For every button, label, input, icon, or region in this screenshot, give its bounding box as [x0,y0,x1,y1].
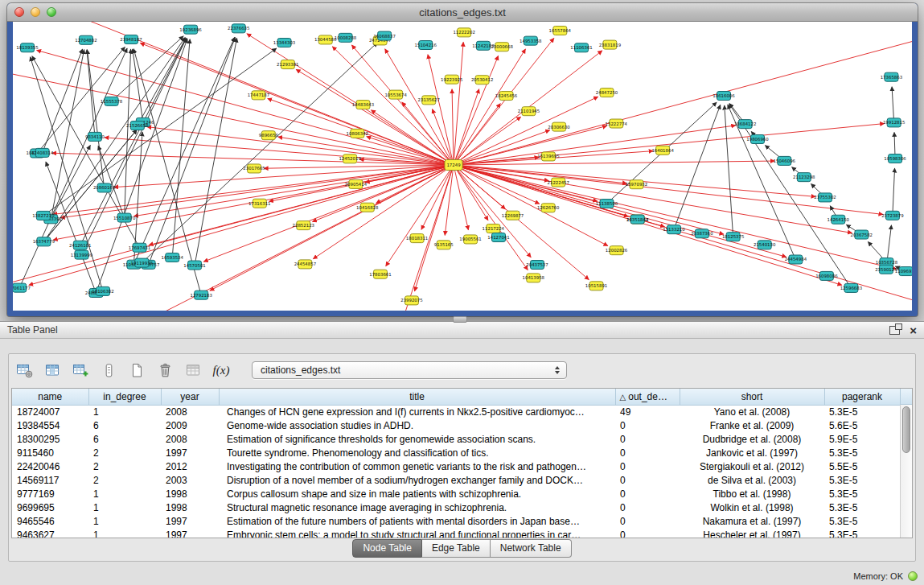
network-node[interactable]: 23948187 [120,35,142,44]
network-edge[interactable] [203,165,454,262]
network-edge[interactable] [421,165,454,229]
column-header-pagerank[interactable]: pagerank [824,389,900,405]
network-node[interactable]: 15222774 [606,119,628,128]
network-edge[interactable] [454,38,554,165]
network-edge[interactable] [454,49,525,165]
tab-edge-table[interactable]: Edge Table [422,539,491,558]
tab-node-table[interactable]: Node Table [352,539,422,558]
tab-network-table[interactable]: Network Table [491,539,572,558]
network-node[interactable]: 20387360 [691,229,713,238]
column-header-short[interactable]: short [680,389,824,405]
network-node[interactable]: 14264150 [827,215,850,224]
network-node[interactable]: 21540130 [754,241,776,249]
network-node[interactable]: 14483643 [352,101,374,109]
table-row[interactable]: 946554611997Estimation of the future num… [12,514,900,528]
network-node[interactable]: 22852123 [293,221,314,230]
network-node[interactable]: 15139695 [537,152,559,161]
network-node[interactable]: 11096918 [895,267,912,276]
table-row[interactable]: 1830029562008Estimation of significance … [12,432,900,446]
network-node[interactable]: 18616006 [713,92,735,101]
network-node[interactable]: 17249 [445,160,462,171]
network-node[interactable]: 23135627 [418,96,440,105]
table-row[interactable]: 1872400712008Changes of HCN gene express… [12,405,900,418]
network-node[interactable]: 20905414 [345,179,368,188]
network-node[interactable]: 9135165 [434,241,454,249]
network-canvas[interactable]: 1041682820905414124520191080634214483643… [13,22,912,311]
network-node[interactable]: 12002826 [606,246,628,255]
network-node[interactable]: 23351844 [626,215,649,224]
table-settings-button[interactable] [15,362,33,378]
network-node[interactable]: 23000668 [491,43,513,51]
network-edge[interactable] [428,55,454,165]
network-edge[interactable] [454,165,842,285]
network-node[interactable]: 21101945 [518,107,540,116]
table-row[interactable]: 946362711997Embryonic stem cells: a mode… [12,528,900,538]
network-node[interactable]: 10515891 [585,282,607,290]
network-node[interactable]: 15046096 [774,156,796,165]
network-node[interactable]: 20530412 [471,76,493,84]
create-column-button[interactable] [72,362,89,378]
network-node[interactable]: 10553674 [384,90,407,99]
network-edge[interactable] [105,138,454,165]
column-header-out_degree[interactable]: △out_de… [615,389,680,405]
network-edge[interactable] [80,38,187,245]
network-node[interactable]: 10008288 [335,33,357,42]
network-edge[interactable] [892,87,894,123]
network-node[interactable]: 17447187 [248,91,269,100]
network-node[interactable]: 20437537 [526,261,548,270]
panel-divider-handle[interactable] [453,316,467,323]
network-node[interactable]: 18245456 [495,92,518,101]
network-edge[interactable] [43,49,83,153]
close-window-button[interactable] [14,7,24,17]
network-node[interactable]: 15510870 [113,213,136,222]
network-edge[interactable] [433,109,454,165]
minimize-window-button[interactable] [31,7,40,17]
network-node[interactable]: 16593534 [162,253,184,262]
network-node[interactable]: 11217224 [483,225,505,233]
network-node[interactable]: 23992075 [400,296,422,305]
network-node[interactable]: 23590125 [875,265,897,274]
network-node[interactable]: 9896656 [259,131,279,140]
table-row[interactable]: 2242004622012Investigating the contribut… [12,459,900,473]
network-node[interactable]: 17316311 [248,199,270,208]
vertical-scrollbar[interactable] [900,405,912,538]
network-node[interactable]: 10236896 [179,25,202,34]
network-window-titlebar[interactable]: citations_edges.txt [7,3,918,22]
network-node[interactable]: 16401864 [651,146,674,154]
zoom-window-button[interactable] [47,7,56,17]
network-node[interactable]: 17365863 [881,72,902,81]
network-edge[interactable] [147,127,454,165]
network-node[interactable]: 11555378 [101,97,123,105]
network-node[interactable]: 14570501 [183,261,205,270]
network-node[interactable]: 19223925 [441,75,462,84]
network-node[interactable]: 19912815 [883,118,905,127]
network-edge[interactable] [142,43,377,263]
column-visibility-button[interactable] [43,362,61,378]
network-edge[interactable] [133,37,234,264]
network-node[interactable]: 10413958 [523,274,545,282]
network-edge[interactable] [674,105,721,229]
table-selector-dropdown[interactable]: citations_edges.txt [252,361,567,379]
network-edge[interactable] [51,145,90,219]
network-edge[interactable] [454,124,885,165]
network-edge[interactable] [454,42,463,165]
network-node[interactable]: 19806960 [746,135,769,144]
table-row[interactable]: 911546021997Tourette syndrome. Phenomeno… [12,446,900,459]
network-node[interactable]: 13139999 [71,250,93,259]
network-edge[interactable] [454,40,912,165]
new-row-button[interactable] [100,362,117,378]
column-header-title[interactable]: title [219,389,615,405]
network-node[interactable]: 23831819 [599,40,622,49]
memory-status-indicator[interactable] [908,571,918,581]
network-node[interactable]: 21526658 [126,122,149,130]
table-row[interactable]: 977716911998Corpus callosum shape and si… [12,487,900,501]
network-node[interactable]: 13044586 [314,35,337,44]
network-node[interactable]: 9334110 [85,132,105,141]
network-node[interactable]: 23017665 [243,164,265,173]
network-edge[interactable] [454,165,912,303]
new-table-button[interactable] [128,362,146,378]
network-node[interactable]: 12269877 [502,211,524,220]
network-node[interactable]: 12792183 [190,290,211,299]
close-panel-icon[interactable]: × [910,324,917,336]
network-edge[interactable] [454,165,786,257]
